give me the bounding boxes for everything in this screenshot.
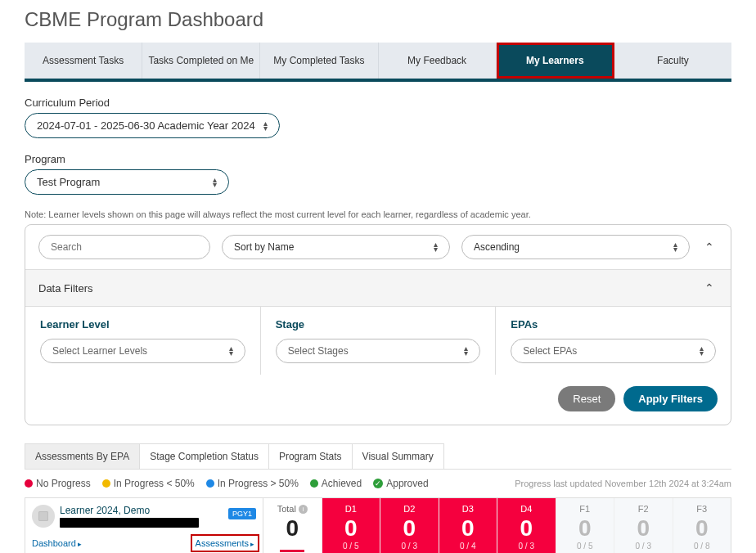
learner-level-placeholder: Select Learner Levels <box>52 345 147 357</box>
dot-achieved-icon <box>310 479 318 488</box>
filter-panel: Sort by Name ▴▾ Ascending ▴▾ ⌃ Data Filt… <box>25 224 731 425</box>
stat-f3-head: F3 <box>673 503 731 516</box>
collapse-filters-icon[interactable]: ⌃ <box>701 278 718 298</box>
epas-placeholder: Select EPAs <box>523 345 577 357</box>
progress-legend: No Progress In Progress < 50% In Progres… <box>25 478 429 489</box>
dot-no-progress-icon <box>25 479 33 488</box>
stat-total-value: 0 <box>263 516 322 542</box>
stat-f1-value: 0 <box>556 516 614 542</box>
epas-label: EPAs <box>511 318 716 330</box>
curriculum-period-select[interactable]: 2024-07-01 - 2025-06-30 Academic Year 20… <box>25 113 280 138</box>
legend-approved: Approved <box>386 478 428 489</box>
level-note: Note: Learner levels shown on this page … <box>25 209 731 219</box>
stat-total: Totali 0 <box>263 498 322 553</box>
tab-my-learners[interactable]: My Learners <box>497 43 614 79</box>
info-icon[interactable]: i <box>299 505 308 514</box>
stat-d1-value: 0 <box>322 516 380 542</box>
stat-d3[interactable]: D3 0 0 / 4 <box>439 498 497 553</box>
legend-in-progress-high: In Progress > 50% <box>218 478 299 489</box>
tab-faculty[interactable]: Faculty <box>614 43 731 79</box>
stat-d2[interactable]: D2 0 0 / 3 <box>380 498 439 553</box>
stat-d4-sub: 0 / 3 <box>497 542 556 551</box>
learner-level-select[interactable]: Select Learner Levels ▴▾ <box>40 339 245 363</box>
stat-d2-sub: 0 / 3 <box>380 542 439 551</box>
stat-f1-head: F1 <box>556 503 614 516</box>
svg-rect-0 <box>39 512 48 521</box>
updown-icon: ▴▾ <box>464 346 468 356</box>
stat-d3-sub: 0 / 4 <box>439 542 497 551</box>
learner-row: Learner 2024, Demo PGY1 Dashboard▸ Asses… <box>25 497 731 553</box>
stat-f2-value: 0 <box>614 516 673 542</box>
stat-f1[interactable]: F1 0 0 / 5 <box>556 498 614 553</box>
stat-d2-value: 0 <box>380 516 439 542</box>
check-approved-icon: ✓ <box>373 479 383 488</box>
dot-in-progress-low-icon <box>102 479 110 488</box>
curriculum-period-value: 2024-07-01 - 2025-06-30 Academic Year 20… <box>37 119 255 132</box>
stat-f2[interactable]: F2 0 0 / 3 <box>614 498 673 553</box>
image-placeholder-icon <box>38 510 49 522</box>
tab-assessment-tasks[interactable]: Assessment Tasks <box>25 43 142 79</box>
sort-direction-value: Ascending <box>474 241 520 253</box>
stat-f3[interactable]: F3 0 0 / 8 <box>673 498 731 553</box>
page-title: CBME Program Dashboard <box>25 8 731 31</box>
updown-icon: ▴▾ <box>434 242 438 252</box>
sort-by-select[interactable]: Sort by Name ▴▾ <box>222 235 450 259</box>
stage-select[interactable]: Select Stages ▴▾ <box>276 339 481 363</box>
tab-my-completed-tasks[interactable]: My Completed Tasks <box>260 43 378 79</box>
tab-my-feedback[interactable]: My Feedback <box>379 43 497 79</box>
data-filters-label: Data Filters <box>38 282 92 294</box>
subtab-program-stats[interactable]: Program Stats <box>268 443 353 469</box>
subtab-stage-completion[interactable]: Stage Completion Status <box>139 443 269 469</box>
stage-placeholder: Select Stages <box>288 345 349 357</box>
dashboard-link[interactable]: Dashboard▸ <box>32 538 82 548</box>
updown-icon: ▴▾ <box>213 178 217 187</box>
redacted-email <box>60 518 199 528</box>
stat-d4[interactable]: D4 0 0 / 3 <box>497 498 556 553</box>
dot-in-progress-high-icon <box>206 479 214 488</box>
updown-icon: ▴▾ <box>700 346 704 356</box>
stat-f1-sub: 0 / 5 <box>556 542 614 551</box>
data-filters-header[interactable]: Data Filters ⌃ <box>25 269 731 307</box>
sort-direction-select[interactable]: Ascending ▴▾ <box>461 235 690 259</box>
stat-d3-value: 0 <box>439 516 497 542</box>
pgy-badge: PGY1 <box>228 508 256 519</box>
updown-icon: ▴▾ <box>229 346 233 356</box>
legend-achieved: Achieved <box>322 478 362 489</box>
progress-updated-text: Progress last updated November 12th 2024… <box>515 479 731 488</box>
program-value: Test Program <box>37 176 100 188</box>
stat-d1[interactable]: D1 0 0 / 5 <box>322 498 380 553</box>
legend-in-progress-low: In Progress < 50% <box>114 478 195 489</box>
subtab-visual-summary[interactable]: Visual Summary <box>352 443 444 469</box>
learner-level-label: Learner Level <box>40 318 245 330</box>
stat-d4-head: D4 <box>497 503 556 516</box>
main-tabs: Assessment Tasks Tasks Completed on Me M… <box>25 43 731 82</box>
sub-tabs: Assessments By EPA Stage Completion Stat… <box>25 443 731 470</box>
epas-select[interactable]: Select EPAs ▴▾ <box>511 339 716 363</box>
program-select[interactable]: Test Program ▴▾ <box>25 169 229 195</box>
curriculum-period-label: Curriculum Period <box>25 97 731 109</box>
stat-total-head: Total <box>277 504 296 514</box>
stat-f3-value: 0 <box>673 516 731 542</box>
updown-icon: ▴▾ <box>263 121 268 131</box>
apply-filters-button[interactable]: Apply Filters <box>623 386 718 411</box>
caret-right-icon: ▸ <box>250 540 254 548</box>
learner-name[interactable]: Learner 2024, Demo <box>60 505 220 516</box>
sort-by-value: Sort by Name <box>234 241 294 253</box>
subtab-assessments-by-epa[interactable]: Assessments By EPA <box>25 443 140 469</box>
reset-button[interactable]: Reset <box>558 386 615 411</box>
stat-d1-head: D1 <box>322 503 380 516</box>
stat-d4-value: 0 <box>497 516 556 542</box>
avatar <box>32 505 55 528</box>
stat-d3-head: D3 <box>439 503 497 516</box>
stat-d2-head: D2 <box>380 503 439 516</box>
legend-no-progress: No Progress <box>36 478 91 489</box>
program-label: Program <box>25 153 731 165</box>
stat-f2-head: F2 <box>614 503 673 516</box>
assessments-link[interactable]: Assessments▸ <box>194 537 256 549</box>
search-input[interactable] <box>38 235 210 259</box>
collapse-search-icon[interactable]: ⌃ <box>701 237 718 257</box>
updown-icon: ▴▾ <box>673 242 677 252</box>
stage-label: Stage <box>276 318 481 330</box>
stat-f2-sub: 0 / 3 <box>614 542 673 551</box>
tab-tasks-completed-on-me[interactable]: Tasks Completed on Me <box>142 43 260 79</box>
